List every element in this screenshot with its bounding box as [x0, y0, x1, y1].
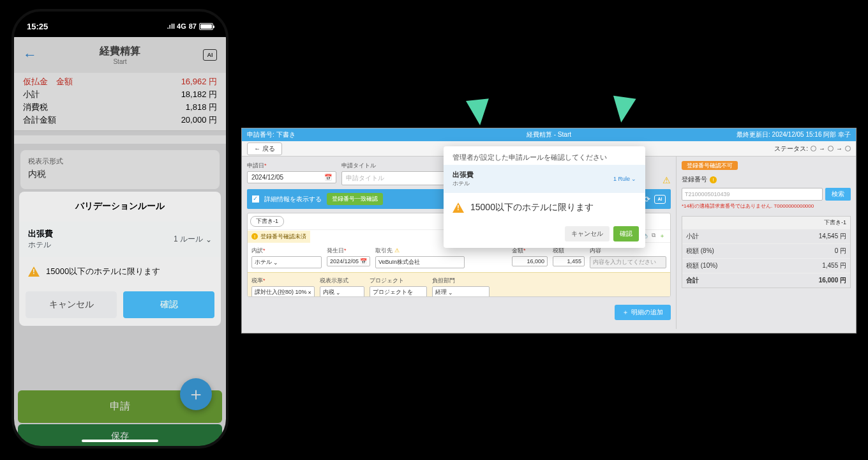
- confirm-button[interactable]: 確認: [123, 291, 214, 318]
- status-stepper: ステータス: → →: [774, 144, 851, 153]
- window-titlebar: 申請番号: 下書き 経費精算 - Start 最終更新日: 2024/12/05…: [242, 128, 856, 141]
- request-number: 申請番号: 下書き: [247, 130, 296, 139]
- registration-unverifiable-chip: 登録番号確認不可: [682, 161, 738, 170]
- copy-icon[interactable]: ⧉: [652, 232, 655, 240]
- unverified-strip: !登録番号確認未済: [248, 231, 310, 243]
- mobile-screen: ← 経費精算 Start AI 仮払金 金額16,962 円 小計18,182 …: [14, 37, 226, 446]
- description-input[interactable]: 内容を入力してください: [590, 256, 666, 268]
- registration-number-label: 登録番号: [682, 176, 707, 183]
- dmodal-rule-row: 15000以下のホテルに限ります: [444, 193, 645, 222]
- last-updated: 最終更新日: 2024/12/05 15:16 阿部 幸子: [737, 130, 851, 139]
- phone-notch: [79, 12, 161, 28]
- request-date-input[interactable]: 2024/12/05📅: [247, 171, 336, 183]
- chevron-down-icon: ⌄: [273, 259, 278, 266]
- chevron-down-icon: ⌄: [419, 293, 424, 297]
- vendor-input[interactable]: VeBuIn株式会社: [375, 256, 465, 268]
- date-input[interactable]: 2024/12/05 📅: [327, 256, 370, 266]
- dmodal-category-row[interactable]: 出張費 ホテル 1 Rule⌄: [444, 165, 645, 193]
- dmodal-category: 出張費: [453, 170, 474, 180]
- request-date-label: 申請日*: [247, 162, 336, 170]
- validation-modal: バリデーションルール 出張費 ホテル 1 ルール⌄ 15000以下のホテルに限り…: [19, 192, 221, 326]
- status-radio[interactable]: [845, 146, 851, 151]
- warning-badge-icon[interactable]: ⚠: [662, 175, 671, 185]
- modal-category: 出張費: [28, 228, 53, 240]
- battery-icon: [199, 23, 213, 30]
- category-select[interactable]: ホテル ⌄: [251, 256, 322, 268]
- tax-rate-select[interactable]: 課対仕入(控80) 10% ×: [251, 286, 315, 297]
- project-select[interactable]: プロジェクトを選 ⌄: [370, 286, 427, 297]
- draft-tab[interactable]: 下書き-1: [250, 216, 284, 227]
- registration-warning: *14桁の適格請求書番号ではありません. T0000000000000: [682, 203, 851, 210]
- add-line-button[interactable]: ＋ 明細の追加: [615, 305, 671, 320]
- modal-rule-text: 15000以下のホテルに限ります: [46, 266, 160, 277]
- status-radio[interactable]: [828, 146, 834, 151]
- search-button[interactable]: 検索: [825, 188, 851, 201]
- close-icon: ×: [308, 289, 311, 296]
- totals-table: 下書き-1 小計14,545 円 税額 (8%)0 円 税額 (10%)1,45…: [682, 216, 851, 288]
- detail-toggle-checkbox[interactable]: [252, 195, 259, 203]
- chevron-down-icon: ⌄: [448, 289, 453, 296]
- status-radio[interactable]: [811, 146, 816, 151]
- status-network: .ıll 4G: [167, 22, 186, 30]
- calendar-icon: 📅: [324, 174, 332, 181]
- batch-verify-button[interactable]: 登録番号一致確認: [327, 193, 383, 205]
- registration-number-input[interactable]: T2100005010439: [682, 188, 823, 201]
- dept-select[interactable]: 経理 ⌄: [432, 286, 490, 297]
- warning-icon: [28, 266, 40, 277]
- tax-display-select[interactable]: 内税 ⌄: [320, 286, 364, 297]
- warning-dot-icon: !: [710, 176, 717, 183]
- dmodal-rule-text: 15000以下のホテルに限ります: [470, 202, 594, 213]
- modal-rule-row: 15000以下のホテルに限ります: [19, 257, 221, 286]
- warning-icon: [453, 203, 464, 213]
- back-button[interactable]: ← 戻る: [247, 142, 282, 155]
- cancel-button[interactable]: キャンセル: [26, 291, 117, 318]
- side-panel: 登録番号確認不可 登録番号! T2100005010439 検索 *14桁の適格…: [676, 157, 856, 329]
- amount-input[interactable]: 16,000: [512, 256, 548, 266]
- dmodal-subcategory: ホテル: [453, 180, 474, 188]
- chevron-down-icon: ⌄: [631, 176, 636, 182]
- dmodal-rule-count: 1 Rule: [613, 176, 630, 182]
- modal-subcategory: ホテル: [28, 240, 53, 250]
- calendar-icon: 📅: [360, 258, 367, 264]
- dmodal-lead: 管理者が設定した申請ルールを確認してください: [444, 146, 645, 165]
- dmodal-confirm-button[interactable]: 確認: [613, 226, 639, 241]
- modal-rule-count: 1 ルール: [174, 234, 203, 245]
- add-line-icon[interactable]: ＋: [659, 232, 665, 240]
- status-time: 15:25: [27, 22, 48, 31]
- mobile-device-frame: 15:25 .ıll 4G 87 ← 経費精算 Start AI 仮払金 金額1…: [11, 9, 228, 448]
- dmodal-cancel-button[interactable]: キャンセル: [565, 226, 610, 241]
- callout-triangle: [610, 96, 636, 125]
- tax-amount-input[interactable]: 1,455: [553, 256, 585, 266]
- totals-header: 下書き-1: [682, 217, 850, 229]
- modal-title: バリデーションルール: [19, 192, 221, 222]
- chevron-down-icon: ⌄: [206, 235, 212, 244]
- chevron-down-icon: ⌄: [336, 289, 341, 296]
- desktop-window: 申請番号: 下書き 経費精算 - Start 最終更新日: 2024/12/05…: [241, 128, 857, 334]
- ai-icon[interactable]: AI: [654, 195, 666, 204]
- callout-triangle: [466, 98, 491, 126]
- detail-toggle-label: 詳細情報を表示する: [264, 195, 322, 204]
- desktop-validation-modal: 管理者が設定した申請ルールを確認してください 出張費 ホテル 1 Rule⌄ 1…: [444, 146, 645, 248]
- home-indicator[interactable]: [82, 440, 158, 442]
- status-battery-pct: 87: [189, 22, 197, 30]
- modal-category-row[interactable]: 出張費 ホテル 1 ルール⌄: [19, 222, 221, 257]
